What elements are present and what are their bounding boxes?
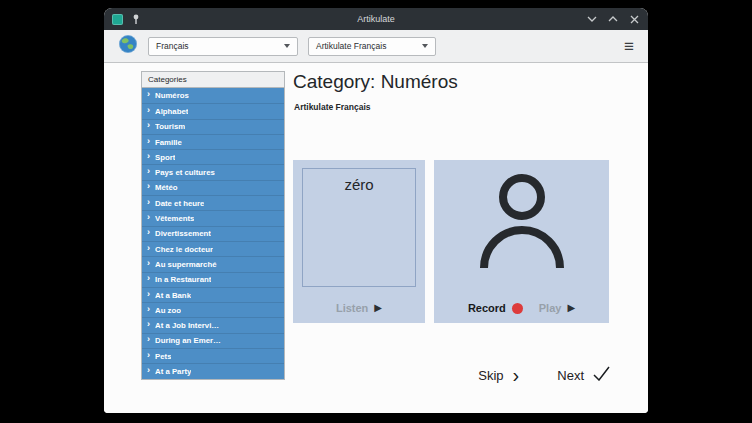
chevron-right-icon: › [147,90,150,99]
play-button[interactable]: Play ▶ [539,302,575,314]
globe-icon [118,34,138,58]
record-card: Record Play ▶ [434,160,609,323]
sidebar-item-1[interactable]: ›Alphabet [142,103,284,118]
chevron-right-icon: › [147,198,150,207]
sidebar-item-label: Tourism [155,122,185,131]
sidebar-item-7[interactable]: ›Date et heure [142,195,284,210]
chevron-right-icon: › [147,182,150,191]
sidebar-item-12[interactable]: ›In a Restaurant [142,272,284,287]
sidebar-item-18[interactable]: ›At a Party [142,363,284,378]
chevron-right-icon: › [147,213,150,222]
sidebar-item-11[interactable]: ›Au supermarché [142,256,284,271]
sidebar-item-label: During an Emer… [155,336,221,345]
sidebar-item-label: Numéros [155,91,189,100]
app-icon [112,14,123,25]
chevron-right-icon: › [147,351,150,360]
sidebar-item-label: Date et heure [155,199,204,208]
sidebar-item-label: Alphabet [155,107,188,116]
course-select[interactable]: Artikulate Français [308,37,436,56]
page-title: Category: Numéros [293,71,458,93]
chevron-right-icon: › [147,335,150,344]
listen-button[interactable]: Listen ▶ [336,302,382,314]
sidebar-item-0[interactable]: ›Numéros [142,88,284,103]
sidebar-item-2[interactable]: ›Tourism [142,119,284,134]
chevron-right-icon: › [147,244,150,253]
sidebar-item-label: At a Party [155,367,191,376]
phrase-card: zéro Listen ▶ [293,160,425,323]
categories-header: Categories [142,72,284,88]
record-label: Record [468,302,506,314]
language-select-value: Français [156,41,189,51]
chevron-right-icon: › [147,152,150,161]
sidebar-item-6[interactable]: ›Météo [142,180,284,195]
app-window: Artikulate [104,8,648,413]
chevron-right-icon: › [147,137,150,146]
sidebar-item-label: At a Bank [155,291,191,300]
minimize-button[interactable] [586,13,598,25]
play-icon: ▶ [374,303,382,313]
chevron-right-icon: › [147,167,150,176]
skip-button[interactable]: Skip › [478,366,519,384]
phrase-text: zéro [303,176,415,193]
sidebar-item-10[interactable]: ›Chez le docteur [142,241,284,256]
language-select[interactable]: Français [148,37,298,56]
content-area: Categories ›Numéros›Alphabet›Tourism›Fam… [104,63,648,413]
checkmark-icon [593,366,610,384]
next-label: Next [557,368,584,383]
person-icon [434,170,609,272]
sidebar-item-label: Au supermarché [155,260,217,269]
sidebar-item-label: In a Restaurant [155,275,211,284]
sidebar-item-3[interactable]: ›Famille [142,134,284,149]
chevron-right-icon: › [147,106,150,115]
sidebar-item-label: Vêtements [155,214,194,223]
record-button[interactable]: Record [468,302,523,314]
sidebar-item-label: Sport [155,153,175,162]
chevron-right-icon: › [147,259,150,268]
sidebar-item-label: Divertissement [155,229,211,238]
sidebar-item-15[interactable]: ›At a Job Intervi… [142,317,284,332]
sidebar-item-17[interactable]: ›Pets [142,348,284,363]
play-label: Play [539,302,562,314]
phrase-frame: zéro [302,168,416,287]
sidebar-item-label: Météo [155,183,178,192]
maximize-button[interactable] [607,13,619,25]
sidebar-item-label: At a Job Intervi… [155,321,219,330]
course-subtitle: Artikulate Français [294,102,371,112]
chevron-right-icon: › [513,366,520,384]
sidebar-item-8[interactable]: ›Vêtements [142,210,284,225]
titlebar[interactable]: Artikulate [104,8,648,30]
chevron-right-icon: › [147,305,150,314]
sidebar-item-13[interactable]: ›At a Bank [142,287,284,302]
sidebar-item-16[interactable]: ›During an Emer… [142,333,284,348]
sidebar-item-label: Pays et cultures [155,168,215,177]
sidebar-item-4[interactable]: ›Sport [142,149,284,164]
sidebar-item-label: Famille [155,138,182,147]
dropdown-arrow-icon [422,44,428,48]
categories-panel: Categories ›Numéros›Alphabet›Tourism›Fam… [141,71,285,380]
play-icon: ▶ [567,303,575,313]
sidebar-item-label: Chez le docteur [155,245,213,254]
chevron-right-icon: › [147,290,150,299]
hamburger-menu-button[interactable]: ≡ [624,38,634,55]
chevron-right-icon: › [147,121,150,130]
category-list: ›Numéros›Alphabet›Tourism›Famille›Sport›… [142,88,284,379]
course-select-value: Artikulate Français [316,41,386,51]
chevron-right-icon: › [147,320,150,329]
sidebar-item-label: Pets [155,352,171,361]
sidebar-item-5[interactable]: ›Pays et cultures [142,164,284,179]
chevron-right-icon: › [147,274,150,283]
toolbar: Français Artikulate Français ≡ [104,30,648,63]
sidebar-item-9[interactable]: ›Divertissement [142,226,284,241]
sidebar-item-14[interactable]: ›Au zoo [142,302,284,317]
close-button[interactable] [628,13,640,25]
desktop-background: Artikulate [0,0,752,423]
record-dot-icon [512,303,523,314]
chevron-right-icon: › [147,366,150,375]
next-button[interactable]: Next [557,366,610,384]
pin-icon[interactable] [130,13,142,25]
listen-label: Listen [336,302,368,314]
dropdown-arrow-icon [284,44,290,48]
window-title: Artikulate [104,14,648,24]
sidebar-item-label: Au zoo [155,306,181,315]
main-panel: Category: Numéros Artikulate Français zé… [293,63,640,413]
